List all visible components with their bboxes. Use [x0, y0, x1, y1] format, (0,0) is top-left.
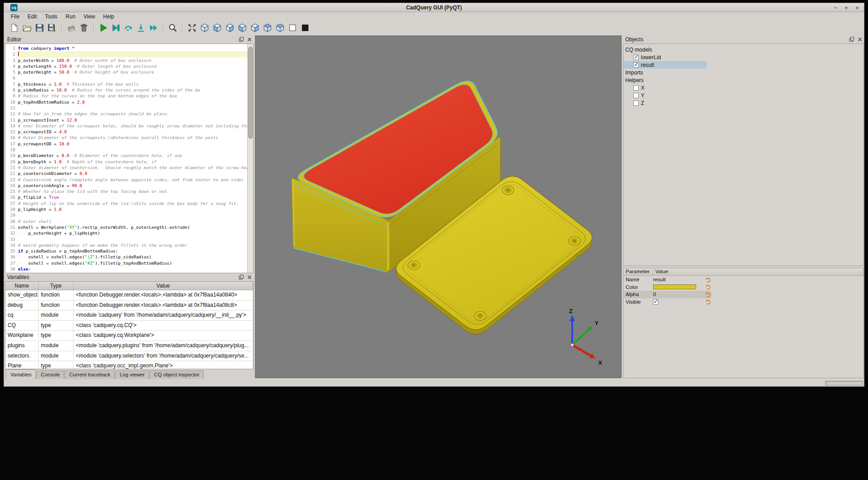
code-line[interactable]: 21# Outer diameter of countersink. Shoul… [5, 165, 247, 170]
visibility-checkbox[interactable] [633, 62, 639, 68]
shaded-icon[interactable] [300, 23, 310, 33]
variables-column-header[interactable]: Value [74, 282, 253, 290]
tab-console[interactable]: Console [36, 371, 64, 379]
menu-edit[interactable]: Edit [23, 13, 41, 21]
code-line[interactable]: 22p_countersinkDiameter = 0.0 [5, 170, 247, 176]
parameter-value[interactable] [653, 299, 704, 305]
variable-row[interactable]: debugfunction<function Debugger.render.<… [5, 301, 253, 311]
code-line[interactable]: 28p_lipHeight = 1.0 [5, 206, 247, 212]
code-line[interactable]: 33 [5, 236, 247, 242]
tree-item-z[interactable]: Z [623, 99, 864, 107]
reset-default-icon[interactable] [706, 299, 711, 305]
code-line[interactable]: 11 [5, 105, 247, 111]
reset-default-icon[interactable] [706, 284, 711, 290]
code-line[interactable]: 9# Radius for the curves on the top and … [5, 93, 247, 99]
code-lines[interactable]: 1from cadquery import *23p_outerWidth = … [5, 45, 247, 273]
code-line[interactable]: 4p_outerLength = 150.0··# Outer length o… [5, 63, 247, 69]
code-line[interactable]: 35if p_sideRadius > p_topAndBottomRadius… [5, 248, 247, 254]
save-icon[interactable] [35, 23, 44, 33]
code-line[interactable]: 19p_boreDiameter = 8.0··# Diameter of th… [5, 153, 247, 158]
parameter-row-color[interactable]: Color [623, 284, 711, 291]
code-line[interactable]: 34# weird geometry happens if we make th… [5, 242, 247, 248]
code-line[interactable]: 2 [5, 51, 247, 57]
code-line[interactable]: 39····oshell = oshell.edges("#Z").fillet… [5, 272, 247, 273]
parameter-row-visible[interactable]: Visible [623, 298, 711, 306]
save-as-icon[interactable] [47, 23, 57, 33]
visible-checkbox[interactable] [653, 299, 658, 305]
step-over-icon[interactable] [123, 23, 133, 33]
code-line[interactable]: 15p_screwpostID = 4.0 [5, 129, 247, 135]
fit-all-icon[interactable] [187, 23, 197, 33]
code-line[interactable]: 6 [5, 75, 247, 81]
continue-icon[interactable] [149, 23, 158, 33]
variable-row[interactable]: Planetype<class 'cadquery.occ_impl.geom.… [5, 361, 253, 369]
parameter-row-alpha[interactable]: Alpha0 [623, 291, 711, 298]
maximize-button[interactable]: + [843, 4, 850, 11]
code-line[interactable]: 5p_outerHeight = 50.0··# Outer height of… [5, 69, 247, 75]
variable-row[interactable]: show_objectfunction<function Debugger.re… [5, 290, 253, 301]
variables-column-header[interactable]: Type [39, 282, 74, 290]
menu-run[interactable]: Run [61, 13, 79, 21]
parameter-value[interactable]: 0 [653, 292, 704, 297]
code-line[interactable]: 37····oshell = oshell.edges("#Z").fillet… [5, 260, 247, 266]
view-iso-icon[interactable] [200, 23, 210, 33]
menu-view[interactable]: View [79, 13, 99, 21]
parameter-value[interactable] [653, 284, 704, 289]
open-icon[interactable] [22, 23, 32, 33]
visibility-checkbox[interactable] [633, 93, 639, 98]
visibility-checkbox[interactable] [633, 85, 639, 91]
editor-close-icon[interactable] [247, 37, 252, 42]
variable-row[interactable]: CQtype<class 'cadquery.cq.CQ'> [5, 321, 253, 331]
code-line[interactable]: 8p_sideRadius = 10.0··# Radius for the c… [5, 87, 247, 93]
code-line[interactable]: 29 [5, 212, 247, 218]
code-line[interactable]: 32····p_outerHeight + p_lipHeight) [5, 230, 247, 236]
parameter-column-header[interactable]: Parameter [623, 268, 653, 275]
objects-float-icon[interactable] [849, 37, 855, 42]
variables-float-icon[interactable] [239, 275, 244, 280]
view-right-icon[interactable] [250, 23, 260, 33]
editor-scrollbar[interactable] [247, 44, 253, 273]
code-line[interactable]: 27# Height of lip on the underside of th… [5, 201, 247, 206]
variable-row[interactable]: selectorsmodule<module 'cadquery.selecto… [5, 351, 253, 362]
editor-float-icon[interactable] [239, 37, 244, 42]
code-line[interactable]: 12# How far in from the edges the screwp… [5, 111, 247, 117]
tree-item-imports[interactable]: Imports [623, 69, 864, 76]
clear-icon[interactable] [66, 23, 76, 33]
code-line[interactable]: 20p_boreDepth = 1.0··# Depth of the coun… [5, 159, 247, 165]
visibility-checkbox[interactable] [633, 55, 639, 60]
code-line[interactable]: 10p_topAndBottomRadius = 2.0 [5, 99, 247, 105]
code-line[interactable]: 7p_thickness = 3.0··# Thickness of the b… [5, 81, 247, 87]
code-line[interactable]: 13p_screwpostInset = 12.0 [5, 117, 247, 123]
view-bottom-icon[interactable] [275, 23, 285, 33]
titlebar[interactable]: cq CadQuery GUI (PyQT) − + × [4, 3, 864, 12]
code-line[interactable]: 30# outer shell [5, 218, 247, 224]
variables-close-icon[interactable] [247, 275, 252, 280]
tab-cq-object-inspector[interactable]: CQ object inspector [149, 371, 204, 379]
new-icon[interactable] [9, 23, 19, 33]
view-back-icon[interactable] [225, 23, 235, 33]
tree-item-result[interactable]: result [623, 61, 707, 69]
tab-log-viewer[interactable]: Log viewer [115, 371, 149, 379]
tree-item-lowerlid[interactable]: lowerLid [623, 53, 864, 61]
code-line[interactable]: 36····oshell = oshell.edges("|Z").fillet… [5, 254, 247, 260]
wireframe-icon[interactable] [288, 23, 298, 33]
color-swatch[interactable] [653, 284, 696, 289]
tree-item-y[interactable]: Y [623, 92, 864, 99]
parameter-column-header[interactable]: Value [653, 268, 864, 275]
variables-column-header[interactable]: Name [5, 282, 39, 290]
run-icon[interactable] [98, 23, 108, 33]
view-left-icon[interactable] [237, 23, 247, 33]
code-line[interactable]: 14# nner Diameter of the screwpost holes… [5, 123, 247, 129]
variable-row[interactable]: Workplanetype<class 'cadquery.cq.Workpla… [5, 331, 253, 341]
objects-close-icon[interactable] [857, 37, 863, 42]
code-editor[interactable]: 1from cadquery import *23p_outerWidth = … [5, 44, 254, 273]
zoom-icon[interactable] [168, 23, 178, 33]
view-front-icon[interactable] [212, 23, 222, 33]
tab-current-traceback[interactable]: Current traceback [65, 371, 114, 379]
code-line[interactable]: 3p_outerWidth = 100.0··# Outer width of … [5, 57, 247, 63]
tab-variables[interactable]: Variables [6, 369, 36, 379]
code-line[interactable]: 23# Countersink angle (complete angle be… [5, 177, 247, 183]
variable-row[interactable]: cqmodule<module 'cadquery' from '/home/a… [5, 310, 253, 321]
reset-default-icon[interactable] [706, 277, 711, 283]
code-line[interactable]: 17p_screwpostOD = 10.0 [5, 141, 247, 147]
